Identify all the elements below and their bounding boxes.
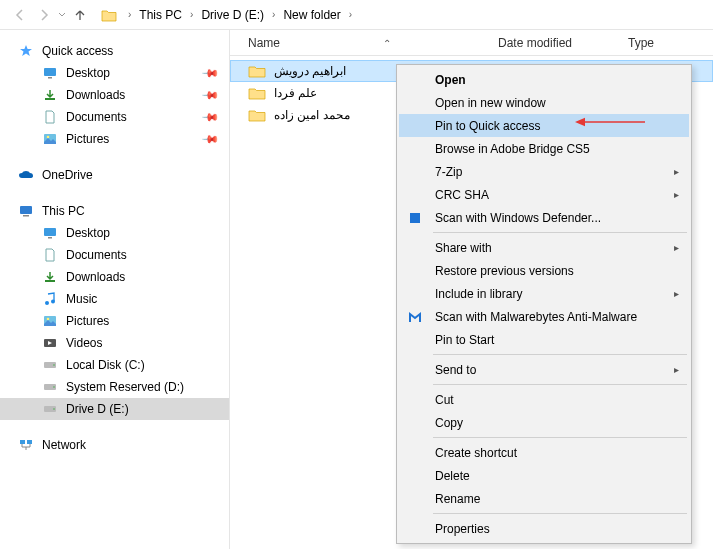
up-button[interactable] [68, 3, 92, 27]
chevron-right-icon: ▸ [674, 242, 679, 253]
sidebar-label: This PC [42, 204, 85, 218]
column-headers[interactable]: Name ⌃ Date modified Type [230, 30, 713, 56]
sidebar-item-drive-c[interactable]: Local Disk (C:) [0, 354, 229, 376]
sidebar-label: Network [42, 438, 86, 452]
svg-rect-2 [45, 98, 55, 100]
cm-copy[interactable]: Copy [399, 411, 689, 434]
chevron-right-icon: › [184, 9, 199, 20]
sidebar-item-label: Desktop [66, 226, 110, 240]
column-type[interactable]: Type [628, 36, 654, 50]
folder-icon [248, 86, 266, 100]
recent-dropdown[interactable] [56, 3, 68, 27]
sidebar-item-desktop[interactable]: Desktop [0, 222, 229, 244]
downloads-icon [42, 87, 58, 103]
pin-icon: 📌 [200, 63, 219, 82]
svg-point-10 [45, 301, 49, 305]
sidebar-item-music[interactable]: Music [0, 288, 229, 310]
breadcrumb-item[interactable]: New folder [281, 8, 342, 22]
sidebar-network[interactable]: Network [0, 434, 229, 456]
chevron-right-icon: ▸ [674, 364, 679, 375]
network-icon [18, 437, 34, 453]
sidebar-item-documents[interactable]: Documents [0, 244, 229, 266]
documents-icon [42, 109, 58, 125]
sidebar-item-documents[interactable]: Documents 📌 [0, 106, 229, 128]
cm-send-to[interactable]: Send to▸ [399, 358, 689, 381]
cm-7zip[interactable]: 7-Zip▸ [399, 160, 689, 183]
svg-rect-22 [27, 440, 32, 444]
sidebar-item-label: Videos [66, 336, 102, 350]
column-date[interactable]: Date modified [498, 36, 628, 50]
back-button[interactable] [8, 3, 32, 27]
cm-restore-versions[interactable]: Restore previous versions [399, 259, 689, 282]
svg-rect-7 [44, 228, 56, 236]
music-icon [42, 291, 58, 307]
context-menu: Open Open in new window Pin to Quick acc… [396, 64, 692, 544]
sidebar-item-label: Pictures [66, 132, 109, 146]
cm-delete[interactable]: Delete [399, 464, 689, 487]
sidebar-item-label: Local Disk (C:) [66, 358, 145, 372]
sidebar-label: Quick access [42, 44, 113, 58]
menu-separator [433, 232, 687, 233]
cm-cut[interactable]: Cut [399, 388, 689, 411]
svg-point-4 [47, 136, 50, 139]
drive-icon [42, 401, 58, 417]
cm-rename[interactable]: Rename [399, 487, 689, 510]
pin-icon: 📌 [200, 85, 219, 104]
svg-point-18 [53, 386, 55, 388]
drive-icon [42, 357, 58, 373]
cm-share-with[interactable]: Share with▸ [399, 236, 689, 259]
sidebar-item-pictures[interactable]: Pictures [0, 310, 229, 332]
breadcrumb-item[interactable]: This PC [137, 8, 184, 22]
svg-rect-21 [20, 440, 25, 444]
cm-properties[interactable]: Properties [399, 517, 689, 540]
cm-open[interactable]: Open [399, 68, 689, 91]
cm-pin-start[interactable]: Pin to Start [399, 328, 689, 351]
cm-malwarebytes[interactable]: Scan with Malwarebytes Anti-Malware [399, 305, 689, 328]
navbar: › This PC › Drive D (E:) › New folder › [0, 0, 713, 30]
sidebar-item-downloads[interactable]: Downloads [0, 266, 229, 288]
folder-icon [248, 108, 266, 122]
sidebar-quick-access[interactable]: Quick access [0, 40, 229, 62]
folder-icon [100, 6, 118, 24]
forward-button[interactable] [32, 3, 56, 27]
sidebar-item-drive-d[interactable]: System Reserved (D:) [0, 376, 229, 398]
sidebar: Quick access Desktop 📌 Downloads 📌 Docum… [0, 30, 230, 549]
onedrive-icon [18, 167, 34, 183]
chevron-right-icon: ▸ [674, 166, 679, 177]
pin-icon: 📌 [200, 129, 219, 148]
menu-separator [433, 437, 687, 438]
svg-rect-0 [44, 68, 56, 76]
breadcrumb-item[interactable]: Drive D (E:) [199, 8, 266, 22]
cm-include-library[interactable]: Include in library▸ [399, 282, 689, 305]
sidebar-item-pictures[interactable]: Pictures 📌 [0, 128, 229, 150]
cm-browse-bridge[interactable]: Browse in Adobe Bridge CS5 [399, 137, 689, 160]
sidebar-item-label: System Reserved (D:) [66, 380, 184, 394]
svg-point-13 [47, 318, 50, 321]
sidebar-item-label: Music [66, 292, 97, 306]
menu-separator [433, 354, 687, 355]
pc-icon [18, 203, 34, 219]
pictures-icon [42, 313, 58, 329]
cm-pin-quick-access[interactable]: Pin to Quick access [399, 114, 689, 137]
cm-open-new-window[interactable]: Open in new window [399, 91, 689, 114]
sidebar-item-downloads[interactable]: Downloads 📌 [0, 84, 229, 106]
sidebar-item-videos[interactable]: Videos [0, 332, 229, 354]
column-name[interactable]: Name ⌃ [248, 36, 498, 50]
cm-defender[interactable]: Scan with Windows Defender... [399, 206, 689, 229]
breadcrumb[interactable]: › This PC › Drive D (E:) › New folder › [100, 3, 705, 27]
chevron-right-icon: › [122, 9, 137, 20]
sidebar-item-desktop[interactable]: Desktop 📌 [0, 62, 229, 84]
cm-crc-sha[interactable]: CRC SHA▸ [399, 183, 689, 206]
desktop-icon [42, 225, 58, 241]
pictures-icon [42, 131, 58, 147]
sidebar-item-label: Desktop [66, 66, 110, 80]
chevron-right-icon: › [343, 9, 358, 20]
sidebar-onedrive[interactable]: OneDrive [0, 164, 229, 186]
sidebar-item-label: Pictures [66, 314, 109, 328]
sidebar-this-pc[interactable]: This PC [0, 200, 229, 222]
svg-point-11 [51, 300, 55, 304]
cm-create-shortcut[interactable]: Create shortcut [399, 441, 689, 464]
svg-point-16 [53, 364, 55, 366]
sidebar-item-drive-e[interactable]: Drive D (E:) [0, 398, 229, 420]
svg-rect-9 [45, 280, 55, 282]
